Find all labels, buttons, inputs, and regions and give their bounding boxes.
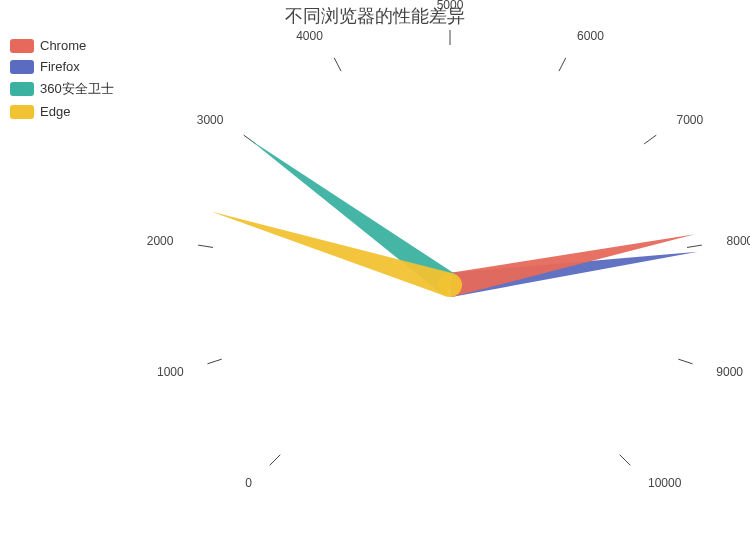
gauge-needle <box>448 234 695 296</box>
gauge-tick-label: 9000 <box>716 365 743 379</box>
gauge-tick <box>559 58 566 71</box>
legend-label: Edge <box>40 104 70 119</box>
chart-root: 不同浏览器的性能差异 Chrome Firefox 360安全卫士 Edge 0… <box>0 0 750 545</box>
legend-swatch <box>10 105 34 119</box>
gauge-tick <box>270 455 281 466</box>
legend-label: Firefox <box>40 59 80 74</box>
gauge-tick <box>678 359 692 364</box>
gauge-tick <box>207 359 221 364</box>
gauge-tick-label: 2000 <box>147 234 174 248</box>
gauge-tick-label: 8000 <box>727 234 750 248</box>
legend-swatch <box>10 60 34 74</box>
legend-swatch <box>10 82 34 96</box>
legend-item-chrome[interactable]: Chrome <box>10 38 114 53</box>
legend-item-edge[interactable]: Edge <box>10 104 114 119</box>
gauge-tick <box>687 245 702 247</box>
gauge-tick-label: 7000 <box>677 113 704 127</box>
gauge-cap <box>438 273 462 297</box>
gauge-tick-label: 10000 <box>648 476 682 490</box>
legend: Chrome Firefox 360安全卫士 Edge <box>10 38 114 119</box>
gauge-tick-label: 0 <box>245 476 252 490</box>
gauge-chart: 0100020003000400050006000700080009000100… <box>160 20 740 540</box>
gauge-tick-label: 5000 <box>437 0 464 12</box>
legend-label: Chrome <box>40 38 86 53</box>
gauge-tick <box>644 135 656 144</box>
gauge-tick-label: 6000 <box>577 29 604 43</box>
legend-swatch <box>10 39 34 53</box>
gauge-tick <box>620 455 631 466</box>
gauge-tick-label: 4000 <box>296 29 323 43</box>
legend-item-firefox[interactable]: Firefox <box>10 59 114 74</box>
gauge-tick <box>334 58 341 71</box>
gauge-tick-label: 3000 <box>197 113 224 127</box>
legend-label: 360安全卫士 <box>40 80 114 98</box>
legend-item-360[interactable]: 360安全卫士 <box>10 80 114 98</box>
gauge-tick <box>198 245 213 247</box>
gauge-tick-label: 1000 <box>157 365 184 379</box>
